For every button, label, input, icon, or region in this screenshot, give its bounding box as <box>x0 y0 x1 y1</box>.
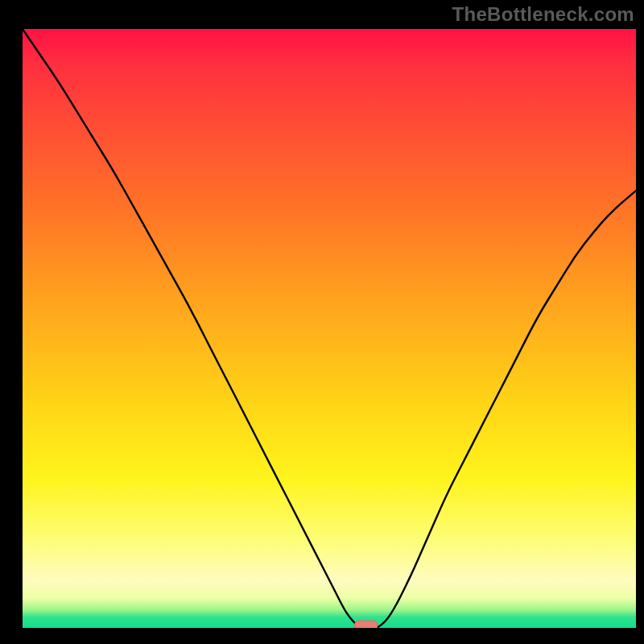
plot-area <box>23 29 636 628</box>
watermark-text: TheBottleneck.com <box>452 3 634 26</box>
optimal-marker <box>355 621 378 628</box>
chart-frame: TheBottleneck.com <box>0 0 644 644</box>
bottleneck-curve <box>23 29 636 628</box>
curve-svg <box>23 29 636 628</box>
